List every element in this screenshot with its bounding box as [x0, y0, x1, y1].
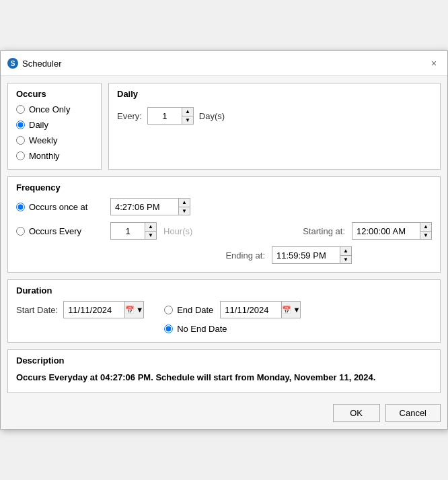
end-date-input[interactable]: [221, 303, 281, 317]
daily-content: Every: ▲ ▼ Day(s): [117, 104, 432, 127]
app-icon: S: [7, 58, 18, 69]
close-button[interactable]: ×: [427, 57, 441, 70]
monthly-label: Monthly: [29, 151, 60, 161]
weekly-label: Weekly: [29, 135, 57, 145]
title-bar-left: S Scheduler: [7, 58, 62, 69]
no-end-date-label: No End Date: [177, 324, 227, 334]
end-date-option[interactable]: End Date: [164, 305, 213, 315]
ending-at-label: Ending at:: [218, 250, 265, 261]
starting-at-input[interactable]: [352, 223, 420, 239]
ending-at-container: ▲ ▼: [272, 246, 352, 264]
start-date-container: 📅 ▼: [63, 301, 144, 318]
freq-once-time-input[interactable]: [111, 199, 178, 215]
freq-once-label: Occurs once at: [29, 202, 87, 212]
start-date-group: Start Date: 📅 ▼: [16, 301, 144, 318]
start-date-input[interactable]: [64, 303, 124, 317]
freq-once-spin-down[interactable]: ▼: [179, 207, 190, 215]
ok-button[interactable]: OK: [333, 404, 380, 422]
freq-every-input[interactable]: [111, 223, 145, 239]
freq-once-radio[interactable]: [16, 203, 25, 211]
freq-hours-label: Hour(s): [163, 226, 192, 236]
occurs-title: Occurs: [16, 89, 93, 99]
weekly-option[interactable]: Weekly: [16, 135, 93, 145]
starting-at-container: ▲ ▼: [352, 222, 432, 240]
freq-every-row: Occurs Every ▲ ▼ Hour(s) Starting at:: [16, 222, 432, 240]
daily-spin-buttons: ▲ ▼: [182, 108, 193, 124]
freq-once-option[interactable]: Occurs once at: [16, 202, 104, 212]
daily-every-spinner: ▲ ▼: [147, 107, 194, 125]
cancel-button[interactable]: Cancel: [385, 404, 441, 422]
end-calendar-icon: 📅: [282, 306, 291, 314]
duration-title: Duration: [16, 285, 432, 296]
daily-spin-up[interactable]: ▲: [182, 108, 193, 116]
freq-every-spinner: ▲ ▼: [110, 222, 157, 240]
once-only-radio[interactable]: [16, 105, 25, 114]
freq-every-radio[interactable]: [16, 227, 25, 236]
description-title: Description: [16, 355, 432, 366]
weekly-radio[interactable]: [16, 136, 25, 145]
ending-at-spin-down[interactable]: ▼: [340, 255, 351, 263]
frequency-section: Frequency Occurs once at ▲ ▼: [7, 176, 441, 273]
daily-every-input[interactable]: [148, 108, 182, 124]
no-end-date-row: No End Date: [164, 324, 301, 334]
ending-at-spin-up[interactable]: ▲: [340, 247, 351, 255]
freq-ending-row: Ending at: ▲ ▼: [16, 246, 432, 264]
freq-once-spin-up[interactable]: ▲: [179, 199, 190, 207]
title-bar: S Scheduler ×: [1, 51, 447, 76]
starting-at-spin-up[interactable]: ▲: [420, 223, 431, 231]
freq-once-row: Occurs once at ▲ ▼: [16, 198, 432, 215]
freq-once-time-container: ▲ ▼: [110, 198, 190, 215]
freq-every-option[interactable]: Occurs Every: [16, 226, 104, 236]
scheduler-window: S Scheduler × Occurs Once Only Daily: [0, 50, 448, 430]
top-row: Occurs Once Only Daily Weekly: [7, 83, 441, 170]
calendar-icon: 📅: [125, 306, 135, 314]
end-date-radio[interactable]: [164, 306, 173, 314]
frequency-content: Occurs once at ▲ ▼ Occurs Every: [16, 198, 432, 264]
daily-section: Daily Every: ▲ ▼ Day(s): [108, 83, 441, 170]
main-content: Occurs Once Only Daily Weekly: [1, 76, 447, 400]
description-section: Description Occurs Everyday at 04:27:06 …: [7, 349, 441, 393]
occurs-radio-group: Once Only Daily Weekly Monthly: [16, 104, 93, 161]
freq-every-spin-buttons: ▲ ▼: [145, 223, 156, 239]
daily-title: Daily: [117, 89, 432, 99]
end-date-section: End Date 📅 ▼ No End: [164, 301, 301, 334]
daily-spin-down[interactable]: ▼: [182, 116, 193, 124]
once-only-option[interactable]: Once Only: [16, 104, 93, 114]
freq-every-label: Occurs Every: [29, 226, 81, 236]
description-text: Occurs Everyday at 04:27:06 PM. Schedule…: [16, 371, 432, 384]
occurs-section: Occurs Once Only Daily Weekly: [7, 83, 102, 170]
ending-at-input[interactable]: [272, 247, 340, 263]
end-date-label: End Date: [177, 305, 213, 315]
window-title: Scheduler: [22, 59, 62, 69]
days-unit-label: Day(s): [199, 111, 225, 121]
daily-radio[interactable]: [16, 121, 25, 129]
duration-content: Start Date: 📅 ▼ End Date: [16, 301, 432, 334]
starting-at-spin-buttons: ▲ ▼: [420, 223, 431, 239]
monthly-radio[interactable]: [16, 151, 25, 160]
duration-section: Duration Start Date: 📅 ▼: [7, 279, 441, 343]
freq-every-spin-up[interactable]: ▲: [145, 223, 156, 231]
daily-label: Daily: [29, 120, 48, 130]
bottom-buttons: OK Cancel: [1, 400, 447, 429]
no-end-date-option[interactable]: No End Date: [164, 324, 227, 334]
freq-every-spin-down[interactable]: ▼: [145, 231, 156, 239]
monthly-option[interactable]: Monthly: [16, 151, 93, 161]
end-date-calendar-btn[interactable]: 📅 ▼: [281, 302, 300, 318]
freq-once-spin-buttons: ▲ ▼: [178, 199, 190, 215]
starting-at-spin-down[interactable]: ▼: [420, 231, 431, 239]
frequency-title: Frequency: [16, 182, 432, 193]
ending-at-spin-buttons: ▲ ▼: [340, 247, 351, 263]
no-end-date-radio[interactable]: [164, 324, 173, 333]
start-date-label: Start Date:: [16, 305, 58, 315]
end-dropdown-arrow: ▼: [293, 306, 300, 314]
dropdown-arrow: ▼: [136, 306, 143, 314]
starting-at-label: Starting at:: [298, 226, 345, 236]
end-date-container: 📅 ▼: [220, 301, 301, 318]
once-only-label: Once Only: [29, 104, 70, 114]
daily-option[interactable]: Daily: [16, 120, 93, 130]
end-date-row: End Date 📅 ▼: [164, 301, 301, 318]
every-label: Every:: [117, 111, 142, 121]
start-date-calendar-btn[interactable]: 📅 ▼: [124, 302, 143, 318]
